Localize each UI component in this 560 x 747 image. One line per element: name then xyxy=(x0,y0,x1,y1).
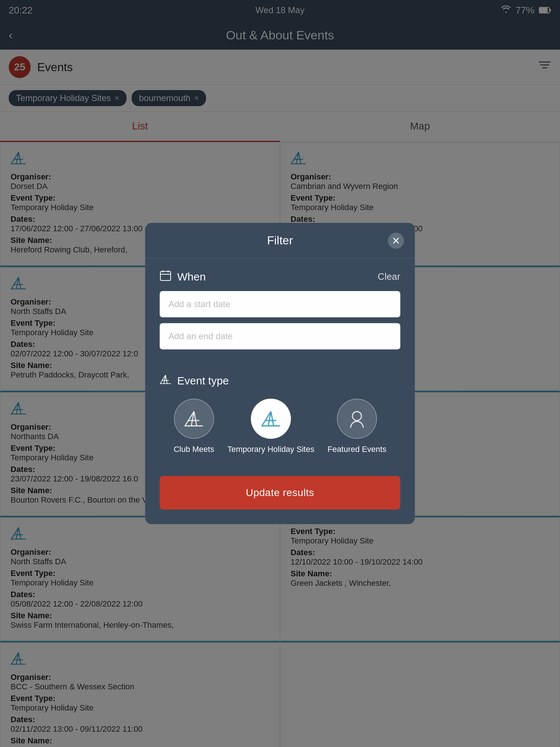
modal-title: Filter xyxy=(267,234,293,247)
clear-when-button[interactable]: Clear xyxy=(378,271,400,282)
event-type-options: Club Meets Temporary Holiday S xyxy=(160,388,400,465)
when-label: When xyxy=(177,271,206,283)
svg-point-20 xyxy=(353,411,362,421)
featured-events-circle xyxy=(337,399,377,439)
holiday-sites-label: Temporary Holiday Sites xyxy=(228,445,314,454)
event-type-icon xyxy=(160,374,171,388)
club-meets-label: Club Meets xyxy=(174,445,214,454)
end-date-input[interactable] xyxy=(160,323,400,349)
calendar-icon xyxy=(160,270,171,284)
start-date-input[interactable] xyxy=(160,291,400,317)
update-results-button[interactable]: Update results xyxy=(160,476,400,510)
modal-overlay[interactable]: Filter × When Clear xyxy=(0,0,560,747)
modal-body: When Clear Event ty xyxy=(145,259,415,524)
featured-events-label: Featured Events xyxy=(327,445,386,454)
event-type-club-meets[interactable]: Club Meets xyxy=(174,399,214,454)
event-type-featured[interactable]: Featured Events xyxy=(327,399,386,454)
svg-rect-13 xyxy=(160,271,171,280)
when-section-header: When Clear xyxy=(160,270,400,284)
holiday-sites-circle xyxy=(251,399,291,439)
filter-modal: Filter × When Clear xyxy=(145,223,415,524)
club-meets-circle xyxy=(174,399,214,439)
event-type-section: Event type Club Meets xyxy=(160,366,400,465)
modal-header: Filter × xyxy=(145,223,415,259)
modal-close-button[interactable]: × xyxy=(388,233,404,249)
event-type-holiday-sites[interactable]: Temporary Holiday Sites xyxy=(228,399,314,454)
event-type-label: Event type xyxy=(177,375,229,387)
